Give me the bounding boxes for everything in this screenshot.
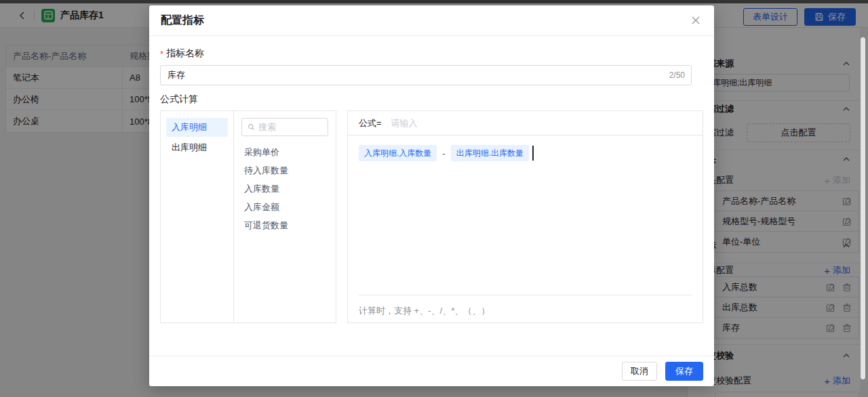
search-icon <box>248 123 255 131</box>
field-list: 采购单价 待入库数量 入库数量 入库金额 可退货数量 <box>234 111 336 322</box>
field-picker-panel: 入库明细 出库明细 采购单价 待入库数量 入库数量 入库金额 可退货数量 <box>160 110 336 323</box>
formula-header: 公式= 请输入 <box>348 111 703 135</box>
formula-section-label: 公式计算 <box>160 93 198 106</box>
formula-hint: 计算时，支持 +、-、/、*、（、） <box>359 305 490 317</box>
field-option[interactable]: 采购单价 <box>234 143 336 161</box>
close-icon <box>691 16 701 25</box>
formula-prefix: 公式= <box>359 117 382 129</box>
formula-field-tag[interactable]: 出库明细.出库数量 <box>451 145 529 161</box>
app-stage: 产品库存1 表单设计 保存 产品名称-产品名称 规格型号 笔记本 A8 办公椅 … <box>0 0 868 397</box>
configure-indicator-modal: 配置指标 * 指标名称 2/50 公式计算 入库明细 出库明细 <box>149 5 714 386</box>
indicator-name-input[interactable] <box>160 65 692 85</box>
hint-divider <box>359 295 692 295</box>
search-input[interactable] <box>258 122 322 132</box>
tab-inbound-detail[interactable]: 入库明细 <box>166 118 228 137</box>
save-button[interactable]: 保存 <box>665 362 703 381</box>
formula-input-area[interactable]: 入库明细.入库数量 - 出库明细.出库数量 <box>348 135 703 171</box>
text-cursor <box>532 146 534 161</box>
close-button[interactable] <box>690 14 702 26</box>
formula-field-tag[interactable]: 入库明细.入库数量 <box>359 145 437 161</box>
field-search <box>241 118 328 136</box>
tab-outbound-detail[interactable]: 出库明细 <box>166 138 228 157</box>
modal-title: 配置指标 <box>161 14 204 28</box>
char-counter: 2/50 <box>669 65 685 85</box>
indicator-name-label: * 指标名称 <box>160 47 204 60</box>
scrollbar-thumb[interactable] <box>861 37 865 379</box>
field-option[interactable]: 待入库数量 <box>234 161 336 180</box>
source-tabs: 入库明细 出库明细 <box>161 111 234 322</box>
field-option[interactable]: 可退货数量 <box>234 216 336 234</box>
cancel-button[interactable]: 取消 <box>622 362 657 381</box>
field-option[interactable]: 入库金额 <box>234 198 336 216</box>
modal-footer: 取消 保存 <box>149 356 714 386</box>
field-option[interactable]: 入库数量 <box>234 180 336 198</box>
indicator-name-field: 2/50 <box>160 65 692 85</box>
formula-editor-panel: 公式= 请输入 入库明细.入库数量 - 出库明细.出库数量 计算时，支持 +、-… <box>347 110 703 323</box>
required-asterisk: * <box>160 49 163 59</box>
modal-header: 配置指标 <box>149 5 714 36</box>
formula-operator: - <box>442 148 445 159</box>
formula-title-placeholder: 请输入 <box>391 117 418 129</box>
